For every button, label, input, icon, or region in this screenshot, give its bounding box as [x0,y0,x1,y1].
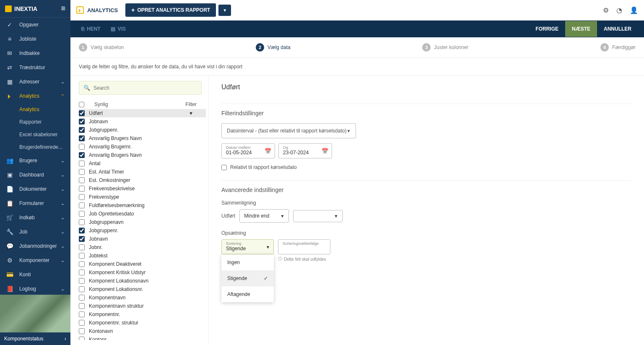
field-row[interactable]: Jobgruppenavn [79,218,206,226]
field-checkbox[interactable] [79,278,85,284]
create-report-button[interactable]: + OPRET ANALYTICS RAPPORT [125,3,216,17]
user-icon[interactable]: 👤 [630,6,638,14]
sidebar-subitem[interactable]: Brugerdefinerede... [19,141,70,153]
select-all-checkbox[interactable] [79,102,84,107]
search-box[interactable]: 🔍 [79,81,202,95]
sidebar-subitem[interactable]: Rapporter [19,116,70,128]
field-row[interactable]: Komponent Deaktiveret [79,260,206,268]
field-row[interactable]: Kontonavn [79,327,206,335]
field-checkbox[interactable] [79,228,85,233]
field-checkbox[interactable] [79,295,85,301]
field-row[interactable]: Est. Antal Timer [79,168,206,176]
field-row[interactable]: Ansvarlig Brugers Navn [79,151,206,159]
step-4[interactable]: 4Færdiggør [600,43,636,52]
sort-option[interactable]: Ingen [221,254,274,270]
sidebar-item-dokumenter[interactable]: 📄Dokumenter⌄ [0,182,70,196]
field-checkbox[interactable] [79,270,85,275]
field-row[interactable]: Komponent Kritisk Udstyr [79,268,206,277]
field-row[interactable]: Jobgruppenr. [79,226,206,235]
sidebar-item-job[interactable]: 🔧Job⌄ [0,225,70,239]
field-checkbox[interactable] [79,202,85,208]
create-report-dropdown[interactable]: ▼ [218,5,231,16]
field-checkbox[interactable] [79,320,85,326]
sidebar-item-analytics[interactable]: ⏵Analytics⌃ [0,89,70,103]
sidebar-item-tr-struktur[interactable]: ⇄Træstruktur [0,60,70,75]
hamburger-icon[interactable]: ≡ [61,4,65,13]
field-checkbox[interactable] [79,194,85,200]
compare-op-dropdown[interactable]: Mindre end ▼ [239,209,289,223]
field-list[interactable]: Ansvarlig Brugernr.Ansvarlig Brugers Nav… [79,143,206,340]
field-checkbox[interactable] [79,161,85,166]
field-row[interactable]: Ansvarlig Brugernr. [79,143,206,151]
field-checkbox[interactable] [79,186,85,192]
field-checkbox[interactable] [79,328,85,334]
field-checkbox[interactable] [79,253,85,259]
field-row[interactable]: Komponent Lokationsnr. [79,285,206,293]
field-checkbox[interactable] [79,261,85,267]
cancel-button[interactable]: ANNULLER [597,21,638,37]
field-row[interactable]: Komponentnavn [79,293,206,302]
hent-button[interactable]: ⎘ HENT [76,22,106,36]
sort-order-dropdown[interactable]: Sorteringsrækkefølge [278,239,330,254]
sidebar-item-komponenter[interactable]: ⚙Komponenter⌄ [0,253,70,267]
field-row[interactable]: Antal [79,159,206,168]
field-checkbox[interactable] [79,110,85,116]
date-interval-dropdown[interactable]: Datointerval - (fast eller relativt til … [221,123,356,138]
sidebar-item-adresser[interactable]: ▦Adresser⌄ [0,75,70,89]
sort-dropdown[interactable]: Sortering Stigende ▼ [221,239,274,254]
field-checkbox[interactable] [79,303,85,309]
gear-icon[interactable]: ⚙ [603,6,609,14]
vis-button[interactable]: ▤ VIS [106,22,131,36]
field-row[interactable]: Est. Omkostninger [79,176,206,184]
field-checkbox[interactable] [79,169,85,175]
sidebar-item-jobliste[interactable]: ≡Jobliste [0,32,70,46]
step-2[interactable]: 2Vælg data [256,43,291,52]
field-checkbox[interactable] [79,286,85,292]
date-from-input[interactable]: Datoer mellem 01-05-2024 📅 [221,143,275,158]
date-to-input[interactable]: Og 23-07-2024 📅 [278,143,332,158]
sidebar-item-brugere[interactable]: 👥Brugere⌄ [0,153,70,168]
step-1[interactable]: 1Vælg skabelon [79,43,124,52]
field-row[interactable]: Komponent Lokationsnavn [79,277,206,285]
field-checkbox[interactable] [79,211,85,217]
field-checkbox[interactable] [79,219,85,225]
selected-field-row[interactable]: Ansvarlig Brugers Navn [79,134,206,143]
field-row[interactable]: Komponentnr. struktur [79,319,206,327]
sidebar-item-logbog[interactable]: 📕Logbog⌄ [0,282,70,295]
step-3[interactable]: 3Juster kolonner [422,43,468,52]
field-checkbox[interactable] [79,135,85,141]
field-row[interactable]: Komponentnavn struktur [79,302,206,310]
sort-option[interactable]: Aftagende [221,286,274,302]
field-row[interactable]: Fuldførelsesbemærkning [79,201,206,210]
footer-thumbnail[interactable] [0,295,70,332]
sort-option[interactable]: Stigende✓ [221,270,274,286]
prev-button[interactable]: FORRIGE [529,21,565,37]
selected-field-row[interactable]: Jobgruppenr. [79,126,206,134]
field-checkbox[interactable] [79,152,85,158]
compare-value-dropdown[interactable]: ▼ [293,210,343,222]
field-row[interactable]: Kontonr. [79,335,206,340]
field-checkbox[interactable] [79,244,85,250]
selected-field-row[interactable]: Udført▼ [79,109,206,117]
field-row[interactable]: Job Oprettelsesdato [79,210,206,218]
sidebar-item-opgaver[interactable]: ✓Opgaver [0,18,70,32]
sidebar-item-dashboard[interactable]: ▣Dashboard⌄ [0,168,70,182]
field-checkbox[interactable] [79,337,85,340]
field-row[interactable]: Jobnr. [79,243,206,252]
clock-icon[interactable]: ◔ [616,6,622,14]
field-checkbox[interactable] [79,144,85,150]
selected-field-row[interactable]: Jobnavn [79,117,206,126]
field-row[interactable]: Jobnavn [79,235,206,243]
sidebar-item-indk-b[interactable]: 🛒Indkøb⌄ [0,210,70,225]
sidebar-item-jobanmodninger[interactable]: 💬Jobanmodninger⌄ [0,239,70,253]
field-row[interactable]: Frekvensbeskrivelse [79,184,206,193]
field-checkbox[interactable] [79,311,85,317]
relative-checkbox[interactable] [221,165,227,170]
sidebar-subitem[interactable]: Analytics [19,103,70,116]
field-checkbox[interactable] [79,236,85,242]
sidebar-subitem[interactable]: Excel skabeloner [19,128,70,141]
field-checkbox[interactable] [79,127,85,133]
field-row[interactable]: Komponentnr. [79,310,206,319]
footer-status-bar[interactable]: Komponentstatus › [0,332,70,345]
field-checkbox[interactable] [79,119,85,125]
